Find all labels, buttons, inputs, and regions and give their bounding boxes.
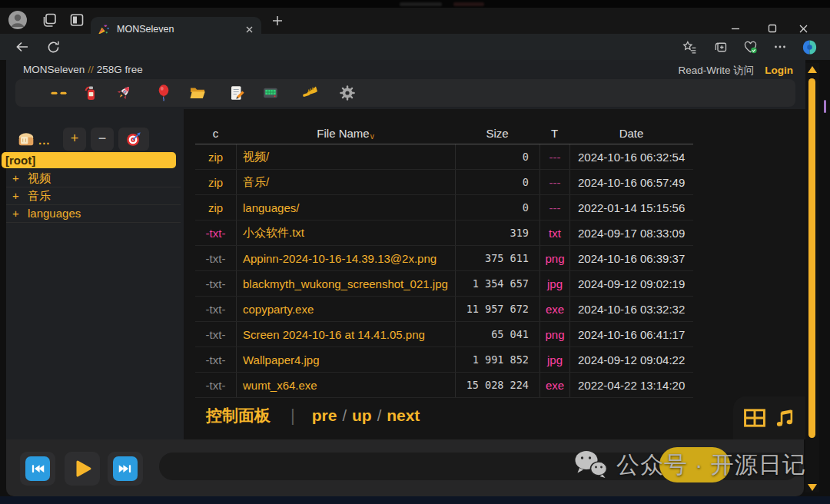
column-header-c[interactable]: c [195,123,236,144]
file-name-link[interactable]: Wallpaper4.jpg [236,347,455,372]
memo-button[interactable] [227,84,245,102]
file-type: jpg [540,347,569,372]
footer-nav: 控制面板 | pre/up/next [206,404,420,427]
file-name-link[interactable]: 音乐/ [236,170,455,194]
pager-button[interactable] [261,84,280,102]
balloon-button[interactable] [154,84,173,102]
file-name-link[interactable]: 视频/ [236,144,455,169]
footer-slash: / [372,407,387,425]
collections-button[interactable] [710,38,730,56]
tree-item-languages[interactable]: +languages [6,205,181,223]
window-top-edge [0,0,830,8]
tab-title: MONSeleven [117,24,244,35]
footer-links: pre/up/next [312,406,420,425]
file-name-link[interactable]: 小众软件.txt [236,220,455,245]
gear-icon [338,84,357,102]
row-action-link[interactable]: -txt- [195,297,236,321]
site-name-link[interactable]: MONSeleven [23,64,85,75]
row-action-link[interactable]: -txt- [195,246,236,270]
file-name-link[interactable]: languages/ [236,195,455,220]
breadcrumb-separator: // [85,64,97,75]
file-size: 11 957 672 [455,297,540,321]
footer-link-up[interactable]: up [352,406,372,425]
row-action-link[interactable]: -txt- [195,347,236,372]
row-action-link[interactable]: -txt- [195,373,236,397]
column-header-type[interactable]: T [540,123,569,144]
table-row: zip视频/0---2024-10-16 06:32:54 [195,144,693,170]
folder-button[interactable] [188,84,207,102]
profile-avatar[interactable] [8,10,28,30]
table-body: zip视频/0---2024-10-16 06:32:54zip音乐/0---2… [195,144,693,398]
file-name-link[interactable]: copyparty.exe [236,297,455,321]
media-next-button[interactable] [108,452,143,486]
file-name-link[interactable]: blackmyth_wukong_screenshot_021.jpg [236,271,455,296]
control-panel-link[interactable]: 控制面板 [206,405,271,426]
trumpet-button[interactable] [300,84,319,102]
page-content: MONSeleven//258G free Read-Write 访问Login [0,60,830,496]
file-table: c File Namev Size T Date zip视频/0---2024-… [195,123,693,398]
column-header-date[interactable]: Date [569,123,693,144]
file-type: exe [540,297,569,321]
tree-expand-button[interactable]: + [63,128,86,151]
browser-navbar: 127.0.0.1 [0,34,830,60]
new-tab-button[interactable] [269,12,286,29]
column-header-size[interactable]: Size [455,123,540,144]
tab-actions-button[interactable] [68,11,86,29]
row-action-link[interactable]: -txt- [195,220,236,245]
tree-expand-toggle[interactable]: + [6,170,28,187]
settings-button[interactable] [338,84,357,102]
media-play-button[interactable] [65,452,100,486]
workspaces-button[interactable] [40,11,58,29]
footer-link-next[interactable]: next [387,406,420,425]
row-action-link[interactable]: zip [195,144,236,169]
avatar-icon [8,10,28,30]
dashes-button[interactable] [50,84,68,102]
file-size: 65 041 [455,322,540,346]
scroll-up-arrow[interactable] [808,66,817,73]
music-note-icon[interactable] [774,407,795,429]
file-date: 2024-10-16 03:32:32 [569,297,693,321]
table-row: -txt-wumt_x64.exe15 028 224exe2022-04-22… [195,373,693,398]
hotkeys-button[interactable] [115,84,133,102]
unpost-button[interactable] [81,84,100,102]
row-action-link[interactable]: -txt- [195,271,236,296]
browser-essentials-button[interactable] [740,38,760,56]
rocket-icon [115,84,133,102]
tree-item-视频[interactable]: +视频 [6,170,181,187]
file-name-link[interactable]: Screen 2024-10-16 at 14.41.05.png [236,322,455,346]
tree-item-音乐[interactable]: +音乐 [6,187,181,205]
file-name-link[interactable]: Appinn-2024-10-16-14.39.13@2x.png [236,246,455,270]
refresh-button[interactable] [43,38,63,56]
file-size: 375 611 [455,246,540,270]
scroll-down-arrow[interactable] [808,484,817,491]
tree-toggle-button[interactable] [15,129,37,151]
page-scrollbar[interactable] [805,63,819,492]
tree-expand-toggle[interactable]: + [6,205,28,222]
column-header-name[interactable]: File Namev [236,123,455,144]
file-size: 1 991 852 [455,347,540,372]
row-action-link[interactable]: -txt- [195,322,236,346]
row-action-link[interactable]: zip [195,170,236,194]
row-action-link[interactable]: zip [195,195,236,220]
settings-more-button[interactable] [770,38,790,56]
table-row: -txt-Screen 2024-10-16 at 14.41.05.png65… [195,322,693,347]
watermark-text: 公众号 · 开源日记 [616,449,806,481]
tree-collapse-button[interactable]: − [91,128,114,151]
tree-jump-button[interactable] [118,128,149,151]
tree-expand-toggle[interactable]: + [6,187,28,204]
favorites-bar-button[interactable] [679,38,699,56]
media-previous-button[interactable] [20,452,55,486]
scrollbar-thumb[interactable] [808,78,815,438]
back-button[interactable] [12,38,32,56]
footer-link-pre[interactable]: pre [312,406,337,425]
tree-dots-label[interactable]: ... [38,134,51,147]
copilot-button[interactable] [799,37,820,57]
login-link[interactable]: Login [765,65,793,76]
plus-icon [271,15,284,27]
file-name-link[interactable]: wumt_x64.exe [236,373,455,397]
file-date: 2024-10-16 06:39:37 [569,246,693,270]
minimize-icon [731,24,740,33]
access-label: Read-Write 访问 [678,65,754,76]
tree-item-root[interactable]: [root] [2,152,176,168]
grid-view-icon[interactable] [743,408,766,428]
